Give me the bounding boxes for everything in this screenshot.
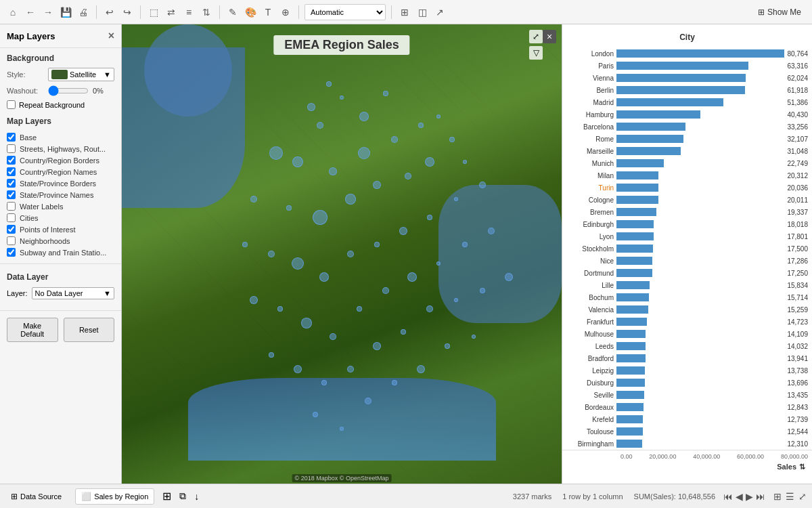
city-dot[interactable] [407,272,417,282]
fullscreen-icon[interactable]: ⤢ [798,491,807,502]
map-container[interactable]: EMEA Region Sales ⤢ ▽ × © 2018 Mapbox © … [122,24,562,484]
city-dot[interactable] [250,196,257,203]
style-select[interactable]: Satellite ▼ [48,68,114,81]
layer-item-poi[interactable]: Points of Interest [0,224,121,235]
table-row[interactable]: Turin20,036 [562,182,812,194]
layer-checkbox-streets[interactable] [7,144,16,153]
reset-button[interactable]: Reset [64,318,115,342]
redo-icon[interactable]: ↪ [120,5,135,20]
table-row[interactable]: Seville13,435 [562,389,812,401]
layer-item-cities[interactable]: Cities [0,212,121,224]
mark-icon[interactable]: ✎ [225,5,240,20]
city-dot[interactable] [426,305,433,312]
city-dot[interactable] [383,91,388,96]
share-icon[interactable]: ↗ [432,5,447,20]
layer-item-neighborhoods[interactable]: Neighborhoods [0,235,121,247]
forward-icon[interactable]: → [41,5,55,20]
city-dot[interactable] [359,112,369,121]
city-dot[interactable] [488,228,495,234]
table-row[interactable]: Duisburg13,696 [562,377,812,389]
city-dot[interactable] [472,335,476,339]
city-dot[interactable] [427,215,432,220]
table-row[interactable]: Krefeld12,739 [562,413,812,425]
rows-icon[interactable]: ≡ [181,5,196,20]
city-dot[interactable] [417,365,425,373]
table-row[interactable]: Bremen19,337 [562,206,812,218]
city-dot[interactable] [436,261,441,266]
table-row[interactable]: Vienna62,024 [562,72,812,84]
viz-dropdown[interactable]: Automatic [304,4,386,20]
city-dot[interactable] [436,114,441,119]
table-row[interactable]: Marseille31,048 [562,145,812,157]
city-dot[interactable] [358,147,370,159]
layer-checkbox-state-borders[interactable] [7,179,16,188]
city-dot[interactable] [445,343,450,349]
city-dot[interactable] [374,242,380,247]
city-dot[interactable] [357,306,362,312]
city-dot[interactable] [317,122,323,129]
city-dot[interactable] [277,306,283,312]
table-row[interactable]: Rome32,107 [562,133,812,145]
layer-checkbox-neighborhoods[interactable] [7,236,16,245]
layer-checkbox-base[interactable] [7,133,16,142]
select-icon[interactable]: ⬚ [146,5,161,20]
city-dot[interactable] [449,137,455,142]
city-dot[interactable] [329,167,337,175]
layer-checkbox-poi[interactable] [7,225,16,234]
city-dot[interactable] [454,298,458,302]
last-page-icon[interactable]: ⏭ [756,491,765,502]
table-row[interactable]: Leeds14,032 [562,340,812,352]
layer-item-country-borders[interactable]: Country/Region Borders [0,154,121,166]
annotation-icon[interactable]: ◫ [415,5,430,20]
table-row[interactable]: Nice17,286 [562,255,812,267]
layer-checkbox-water-labels[interactable] [7,202,16,211]
table-row[interactable]: Munich22,749 [562,157,812,169]
city-dot[interactable] [292,156,303,167]
list-view-icon[interactable]: ☰ [786,491,794,502]
city-dot[interactable] [269,146,283,160]
data-source-tab[interactable]: ⊞ Data Source [5,489,67,504]
panel-close-button[interactable]: × [108,30,114,42]
city-dot[interactable] [292,257,304,270]
table-row[interactable]: Milan20,312 [562,169,812,182]
city-dot[interactable] [313,412,318,417]
city-dot[interactable] [391,136,398,143]
washout-slider[interactable] [48,85,89,96]
city-dot[interactable] [480,288,485,293]
table-row[interactable]: Cologne20,011 [562,194,812,206]
city-dot[interactable] [392,380,397,385]
city-dot[interactable] [286,205,292,211]
city-dot[interactable] [242,242,248,247]
table-row[interactable]: Lille15,834 [562,279,812,291]
next-page-icon[interactable]: ▶ [746,491,753,502]
save-icon[interactable]: 💾 [58,5,73,20]
table-row[interactable]: Mulhouse14,109 [562,328,812,340]
table-row[interactable]: Frankfurt14,723 [562,316,812,328]
layer-checkbox-cities[interactable] [7,213,16,222]
extract-icon[interactable]: ↓ [194,491,199,502]
city-dot[interactable] [269,352,274,358]
table-row[interactable]: London80,764 [562,47,812,60]
city-dot[interactable] [418,123,424,128]
table-row[interactable]: Barcelona33,256 [562,121,812,133]
city-dot[interactable] [399,227,407,235]
layer-item-water-labels[interactable]: Water Labels [0,200,121,212]
table-row[interactable]: Stockholm17,500 [562,242,812,255]
city-dot[interactable] [401,329,406,335]
table-row[interactable]: Leipzig13,738 [562,364,812,377]
tooltip-icon[interactable]: ⊞ [397,5,412,20]
table-row[interactable]: Hamburg40,430 [562,108,812,121]
first-page-icon[interactable]: ⏮ [723,491,733,502]
show-me-button[interactable]: ⊞ Show Me [752,5,807,19]
layer-dropdown[interactable]: No Data Layer ▼ [32,287,114,299]
city-dot[interactable] [505,273,513,281]
layer-item-subway[interactable]: Subway and Train Statio... [0,247,121,258]
city-dot[interactable] [345,194,356,205]
home-icon[interactable]: ⌂ [5,5,20,20]
city-dot[interactable] [326,81,332,87]
table-row[interactable]: Valencia15,259 [562,303,812,316]
grid-view-icon[interactable]: ⊞ [773,491,782,502]
duplicate-icon[interactable]: ⧉ [179,490,186,502]
table-row[interactable]: Paris63,316 [562,60,812,72]
city-dot[interactable] [479,182,486,188]
